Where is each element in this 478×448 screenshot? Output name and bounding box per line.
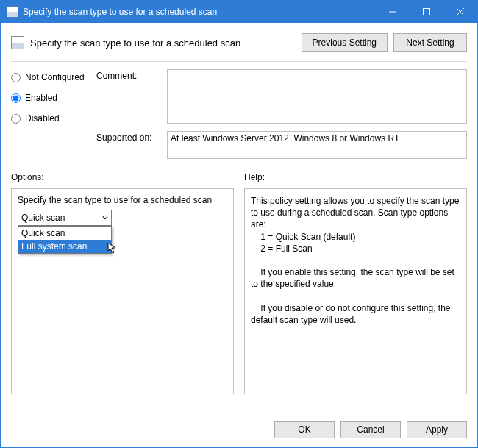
options-title: Specify the scan type to use for a sched… <box>18 195 227 205</box>
scan-type-dropdown[interactable]: Quick scan Quick scan Full system scan <box>18 210 112 226</box>
supported-textarea: At least Windows Server 2012, Windows 8 … <box>167 131 467 159</box>
comment-textarea[interactable] <box>167 69 467 124</box>
radio-not-configured-input[interactable] <box>11 73 21 82</box>
policy-editor-window: Specify the scan type to use for a sched… <box>0 0 478 448</box>
policy-header-icon <box>11 36 24 49</box>
previous-setting-button[interactable]: Previous Setting <box>302 33 388 52</box>
radio-label: Disabled <box>25 113 60 124</box>
apply-button[interactable]: Apply <box>407 421 467 438</box>
lower-panes: Options: Specify the scan type to use fo… <box>11 172 467 412</box>
radio-not-configured[interactable]: Not Configured <box>11 69 92 85</box>
chevron-down-icon <box>102 213 108 223</box>
radio-label: Not Configured <box>25 72 85 82</box>
settings-grid: Not Configured Comment: Enabled Disabled… <box>8 69 470 159</box>
dropdown-head[interactable]: Quick scan <box>18 210 112 226</box>
content-area: Specify the scan type to use for a sched… <box>1 23 477 447</box>
dialog-buttons: OK Cancel Apply <box>8 412 470 438</box>
help-label: Help: <box>244 172 467 182</box>
options-panel: Specify the scan type to use for a sched… <box>11 188 234 394</box>
titlebar-controls <box>376 1 477 23</box>
dropdown-selected-text: Quick scan <box>21 213 65 223</box>
dropdown-list: Quick scan Full system scan <box>18 226 112 254</box>
svg-rect-1 <box>424 9 430 15</box>
comment-label: Comment: <box>96 69 163 85</box>
dropdown-option-quick-scan[interactable]: Quick scan <box>18 227 111 240</box>
radio-enabled-input[interactable] <box>11 93 21 103</box>
options-column: Options: Specify the scan type to use fo… <box>11 172 234 412</box>
radio-enabled[interactable]: Enabled <box>11 90 92 106</box>
minimize-button[interactable] <box>376 1 410 23</box>
supported-label: Supported on: <box>96 131 163 159</box>
window-title: Specify the scan type to use for a sched… <box>23 7 376 17</box>
cancel-button[interactable]: Cancel <box>340 421 401 438</box>
help-panel: This policy setting allows you to specif… <box>244 188 467 394</box>
help-column: Help: This policy setting allows you to … <box>244 172 467 412</box>
radio-disabled-input[interactable] <box>11 114 21 124</box>
options-label: Options: <box>11 172 234 182</box>
titlebar[interactable]: Specify the scan type to use for a sched… <box>1 1 477 23</box>
dropdown-option-full-system-scan[interactable]: Full system scan <box>18 240 111 253</box>
radio-label: Enabled <box>25 93 57 103</box>
help-text: This policy setting allows you to specif… <box>251 195 460 326</box>
maximize-button[interactable] <box>410 1 443 23</box>
divider <box>11 61 467 62</box>
close-button[interactable] <box>443 1 477 23</box>
page-title: Specify the scan type to use for a sched… <box>30 38 296 49</box>
ok-button[interactable]: OK <box>274 421 335 438</box>
radio-disabled[interactable]: Disabled <box>11 110 92 127</box>
next-setting-button[interactable]: Next Setting <box>393 33 467 52</box>
header-row: Specify the scan type to use for a sched… <box>8 29 470 61</box>
policy-icon <box>7 6 18 18</box>
